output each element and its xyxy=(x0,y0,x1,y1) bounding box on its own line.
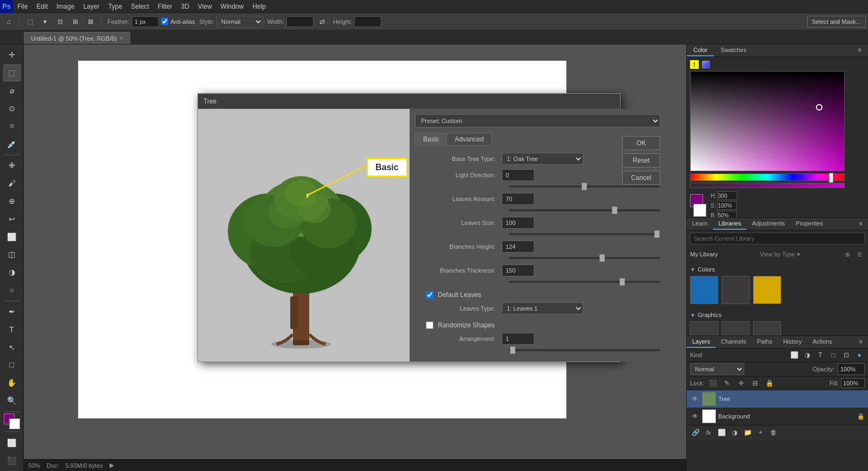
background-swatch[interactable] xyxy=(693,204,706,217)
link-layers-btn[interactable]: 🔗 xyxy=(690,427,701,438)
screen-mode-btn[interactable]: ⬛ xyxy=(3,452,21,469)
arrangement-slider[interactable] xyxy=(508,349,660,352)
filter-active-btn[interactable]: ● xyxy=(854,350,865,360)
lib-search-input[interactable] xyxy=(690,233,865,244)
branches-height-slider[interactable] xyxy=(508,256,660,260)
lib-color-gold[interactable] xyxy=(753,276,781,304)
filter-pixel-btn[interactable]: ⬜ xyxy=(789,350,800,360)
color-tab[interactable]: Color xyxy=(687,44,714,56)
crop-tool[interactable]: ⌗ xyxy=(3,118,21,134)
swap-btn[interactable]: ⇄ xyxy=(316,15,329,28)
lock-transparent-btn[interactable]: ⬛ xyxy=(707,378,718,389)
layer-tree-row[interactable]: 👁 Tree xyxy=(687,390,868,408)
lib-graphic-2[interactable] xyxy=(722,321,750,335)
sat-input[interactable] xyxy=(717,201,737,210)
text-tool[interactable]: T xyxy=(3,321,21,338)
base-tree-type-select[interactable]: 1: Oak Tree 2: Pine Tree 3: Palm Tree xyxy=(502,153,583,165)
fill-input[interactable] xyxy=(841,378,865,388)
lasso-tool[interactable]: ⌀ xyxy=(3,82,21,99)
menu-image[interactable]: Image xyxy=(52,0,79,12)
leaves-size-slider[interactable] xyxy=(508,233,660,236)
arrangement-input[interactable] xyxy=(502,333,534,345)
new-group-btn[interactable]: 📁 xyxy=(742,427,753,438)
blend-mode-select[interactable]: Normal Multiply Screen Overlay xyxy=(690,363,744,375)
lib-color-dark[interactable] xyxy=(722,276,750,304)
marquee-inter-btn[interactable]: ⊠ xyxy=(84,15,97,28)
delete-layer-btn[interactable]: 🗑 xyxy=(768,427,779,438)
cancel-button[interactable]: Cancel xyxy=(622,171,660,185)
add-style-btn[interactable]: fx xyxy=(703,427,714,438)
alpha-bar[interactable] xyxy=(690,183,845,188)
path-select-tool[interactable]: ↖ xyxy=(3,339,21,356)
marquee-sub-btn[interactable]: ⊟ xyxy=(54,15,67,28)
learn-tab[interactable]: Learn xyxy=(687,218,713,230)
layers-tab[interactable]: Layers xyxy=(687,336,716,348)
color-spectrum[interactable] xyxy=(690,71,845,171)
web-color-cube[interactable] xyxy=(702,61,710,68)
menu-layer[interactable]: Layer xyxy=(79,0,104,12)
branches-thickness-slider[interactable] xyxy=(508,280,660,283)
shape-tool[interactable]: □ xyxy=(3,357,21,373)
move-tool[interactable]: ✛ xyxy=(3,47,21,63)
menu-edit[interactable]: Edit xyxy=(32,0,52,12)
default-leaves-checkbox[interactable] xyxy=(426,291,433,299)
layers-menu-btn[interactable]: ≡ xyxy=(854,336,868,348)
antialias-checkbox[interactable] xyxy=(161,18,168,25)
status-arrow[interactable]: ▶ xyxy=(110,462,114,469)
menu-view[interactable]: View xyxy=(194,0,216,12)
channels-tab[interactable]: Channels xyxy=(716,336,751,348)
style-select[interactable]: Normal Fixed Ratio Fixed Size xyxy=(216,16,263,28)
lock-artboard-btn[interactable]: ⊟ xyxy=(750,378,761,389)
hue-indicator[interactable] xyxy=(829,173,833,183)
select-mask-button[interactable]: Select and Mask... xyxy=(807,16,866,28)
eyedropper-tool[interactable]: 💉 xyxy=(3,136,21,152)
lock-image-btn[interactable]: ✎ xyxy=(722,378,732,389)
blur-tool[interactable]: ◑ xyxy=(3,264,21,281)
marquee-add-btn[interactable]: ⊞ xyxy=(69,15,82,28)
menu-select[interactable]: Select xyxy=(126,0,153,12)
leaves-type-select[interactable]: 1: Leaves 1 2: Leaves 2 xyxy=(502,302,583,314)
marquee-rect-btn[interactable]: ⬚ xyxy=(23,15,36,28)
grid-view-btn[interactable]: ⊞ xyxy=(842,249,853,260)
menu-window[interactable]: Window xyxy=(216,0,248,12)
panel-menu-btn[interactable]: ≡ xyxy=(852,44,868,56)
dodge-tool[interactable]: ○ xyxy=(3,282,21,299)
gamut-warning-icon[interactable]: ! xyxy=(690,60,699,69)
view-by-type[interactable]: View by Type ▾ xyxy=(760,251,800,258)
branches-thickness-input[interactable] xyxy=(502,264,534,276)
healing-tool[interactable]: ✙ xyxy=(3,157,21,174)
hand-tool[interactable]: ✋ xyxy=(3,375,21,391)
colors-arrow[interactable]: ▼ xyxy=(690,267,695,273)
light-direction-slider[interactable] xyxy=(508,185,660,188)
marquee-tool[interactable]: ⬚ xyxy=(3,64,21,81)
document-tab[interactable]: Untitled-1 @ 50% (Tree, RGB/8) × xyxy=(24,32,130,44)
lib-graphic-3[interactable] xyxy=(753,321,781,335)
paths-tab[interactable]: Paths xyxy=(752,336,778,348)
history-tab[interactable]: History xyxy=(778,336,807,348)
add-mask-btn[interactable]: ⬜ xyxy=(716,427,727,438)
stamp-tool[interactable]: ⊕ xyxy=(3,193,21,210)
home-btn[interactable]: ⌂ xyxy=(2,15,15,28)
eraser-tool[interactable]: ⬜ xyxy=(3,228,21,245)
background-color[interactable] xyxy=(9,418,20,429)
height-input[interactable] xyxy=(354,16,381,27)
lib-graphic-1[interactable] xyxy=(690,321,718,335)
new-layer-btn[interactable]: + xyxy=(755,427,766,438)
light-direction-input[interactable] xyxy=(502,169,534,181)
leaves-amount-input[interactable] xyxy=(502,193,534,205)
quick-mask-btn[interactable]: ⬜ xyxy=(3,434,21,451)
menu-type[interactable]: Type xyxy=(104,0,126,12)
menu-filter[interactable]: Filter xyxy=(154,0,177,12)
tree-layer-vis[interactable]: 👁 xyxy=(690,394,700,404)
libraries-tab[interactable]: Libraries xyxy=(713,218,746,230)
leaves-amount-slider[interactable] xyxy=(508,209,660,212)
hue-input[interactable] xyxy=(718,191,737,200)
opacity-input[interactable] xyxy=(838,363,865,375)
menu-3d[interactable]: 3D xyxy=(176,0,193,12)
pen-tool[interactable]: ✒ xyxy=(3,304,21,320)
zoom-tool[interactable]: 🔍 xyxy=(3,392,21,409)
branches-height-input[interactable] xyxy=(502,241,534,253)
preset-select[interactable]: Preset: Custom xyxy=(415,114,660,127)
lock-all-btn[interactable]: 🔒 xyxy=(764,378,775,389)
list-view-btn[interactable]: ☰ xyxy=(854,249,865,260)
